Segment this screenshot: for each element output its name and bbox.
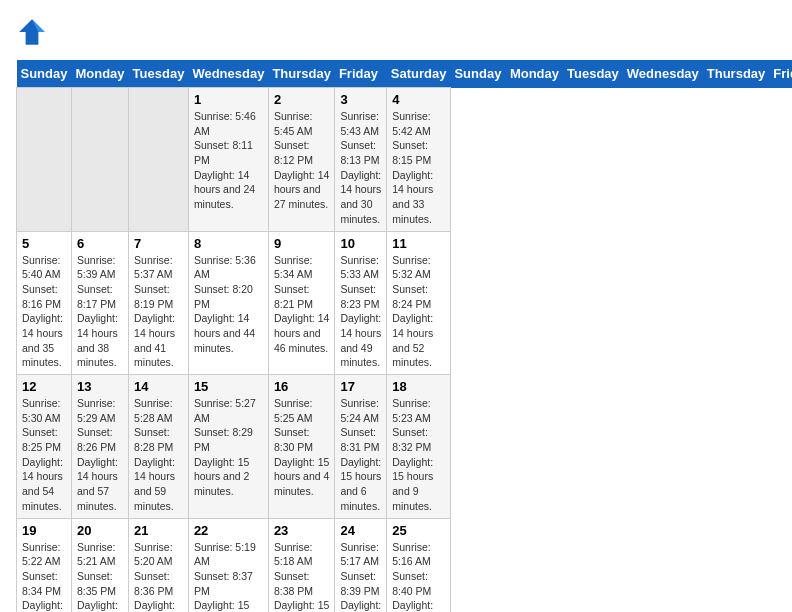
day-header-monday: Monday <box>506 60 563 88</box>
calendar-cell: 6 Sunrise: 5:39 AMSunset: 8:17 PMDayligh… <box>71 231 128 375</box>
calendar-week-row: 5 Sunrise: 5:40 AMSunset: 8:16 PMDayligh… <box>17 231 793 375</box>
day-number: 11 <box>392 236 445 251</box>
calendar-cell: 11 Sunrise: 5:32 AMSunset: 8:24 PMDaylig… <box>387 231 451 375</box>
cell-info: Sunrise: 5:34 AMSunset: 8:21 PMDaylight:… <box>274 254 329 354</box>
calendar-cell: 15 Sunrise: 5:27 AMSunset: 8:29 PMDaylig… <box>188 375 268 519</box>
day-number: 6 <box>77 236 123 251</box>
calendar-cell: 7 Sunrise: 5:37 AMSunset: 8:19 PMDayligh… <box>129 231 189 375</box>
day-number: 3 <box>340 92 381 107</box>
calendar-cell: 13 Sunrise: 5:29 AMSunset: 8:26 PMDaylig… <box>71 375 128 519</box>
day-number: 18 <box>392 379 445 394</box>
day-number: 16 <box>274 379 330 394</box>
page-header <box>16 16 776 48</box>
calendar-cell: 21 Sunrise: 5:20 AMSunset: 8:36 PMDaylig… <box>129 518 189 612</box>
cell-info: Sunrise: 5:24 AMSunset: 8:31 PMDaylight:… <box>340 397 381 512</box>
calendar-week-row: 12 Sunrise: 5:30 AMSunset: 8:25 PMDaylig… <box>17 375 793 519</box>
logo <box>16 16 52 48</box>
day-number: 17 <box>340 379 381 394</box>
day-header-sunday: Sunday <box>450 60 505 88</box>
calendar-week-row: 19 Sunrise: 5:22 AMSunset: 8:34 PMDaylig… <box>17 518 793 612</box>
day-number: 19 <box>22 523 66 538</box>
cell-info: Sunrise: 5:27 AMSunset: 8:29 PMDaylight:… <box>194 397 256 497</box>
cell-info: Sunrise: 5:22 AMSunset: 8:34 PMDaylight:… <box>22 541 63 613</box>
calendar-cell: 8 Sunrise: 5:36 AMSunset: 8:20 PMDayligh… <box>188 231 268 375</box>
calendar-cell: 2 Sunrise: 5:45 AMSunset: 8:12 PMDayligh… <box>268 88 335 232</box>
calendar-cell: 20 Sunrise: 5:21 AMSunset: 8:35 PMDaylig… <box>71 518 128 612</box>
day-number: 8 <box>194 236 263 251</box>
calendar-cell: 3 Sunrise: 5:43 AMSunset: 8:13 PMDayligh… <box>335 88 387 232</box>
day-number: 24 <box>340 523 381 538</box>
calendar-cell: 5 Sunrise: 5:40 AMSunset: 8:16 PMDayligh… <box>17 231 72 375</box>
calendar-cell: 18 Sunrise: 5:23 AMSunset: 8:32 PMDaylig… <box>387 375 451 519</box>
calendar-cell: 23 Sunrise: 5:18 AMSunset: 8:38 PMDaylig… <box>268 518 335 612</box>
cell-info: Sunrise: 5:29 AMSunset: 8:26 PMDaylight:… <box>77 397 118 512</box>
cell-info: Sunrise: 5:19 AMSunset: 8:37 PMDaylight:… <box>194 541 256 613</box>
day-number: 21 <box>134 523 183 538</box>
day-header-tuesday: Tuesday <box>129 60 189 88</box>
day-number: 2 <box>274 92 330 107</box>
calendar-header-row: SundayMondayTuesdayWednesdayThursdayFrid… <box>17 60 793 88</box>
calendar-cell <box>17 88 72 232</box>
calendar-cell: 12 Sunrise: 5:30 AMSunset: 8:25 PMDaylig… <box>17 375 72 519</box>
day-number: 12 <box>22 379 66 394</box>
logo-icon <box>16 16 48 48</box>
day-header-tuesday: Tuesday <box>563 60 623 88</box>
calendar-cell: 4 Sunrise: 5:42 AMSunset: 8:15 PMDayligh… <box>387 88 451 232</box>
day-header-thursday: Thursday <box>268 60 335 88</box>
day-header-friday: Friday <box>769 60 792 88</box>
calendar-cell: 17 Sunrise: 5:24 AMSunset: 8:31 PMDaylig… <box>335 375 387 519</box>
calendar-table: SundayMondayTuesdayWednesdayThursdayFrid… <box>16 60 792 612</box>
day-number: 15 <box>194 379 263 394</box>
day-number: 23 <box>274 523 330 538</box>
day-header-wednesday: Wednesday <box>623 60 703 88</box>
calendar-cell: 10 Sunrise: 5:33 AMSunset: 8:23 PMDaylig… <box>335 231 387 375</box>
calendar-cell: 25 Sunrise: 5:16 AMSunset: 8:40 PMDaylig… <box>387 518 451 612</box>
cell-info: Sunrise: 5:32 AMSunset: 8:24 PMDaylight:… <box>392 254 433 369</box>
day-header-monday: Monday <box>71 60 128 88</box>
day-number: 25 <box>392 523 445 538</box>
day-number: 10 <box>340 236 381 251</box>
calendar-cell: 16 Sunrise: 5:25 AMSunset: 8:30 PMDaylig… <box>268 375 335 519</box>
cell-info: Sunrise: 5:43 AMSunset: 8:13 PMDaylight:… <box>340 110 381 225</box>
cell-info: Sunrise: 5:25 AMSunset: 8:30 PMDaylight:… <box>274 397 329 497</box>
cell-info: Sunrise: 5:42 AMSunset: 8:15 PMDaylight:… <box>392 110 433 225</box>
day-number: 4 <box>392 92 445 107</box>
calendar-cell: 1 Sunrise: 5:46 AMSunset: 8:11 PMDayligh… <box>188 88 268 232</box>
day-number: 22 <box>194 523 263 538</box>
day-header-saturday: Saturday <box>387 60 451 88</box>
cell-info: Sunrise: 5:28 AMSunset: 8:28 PMDaylight:… <box>134 397 175 512</box>
cell-info: Sunrise: 5:36 AMSunset: 8:20 PMDaylight:… <box>194 254 256 354</box>
cell-info: Sunrise: 5:40 AMSunset: 8:16 PMDaylight:… <box>22 254 63 369</box>
calendar-week-row: 1 Sunrise: 5:46 AMSunset: 8:11 PMDayligh… <box>17 88 793 232</box>
cell-info: Sunrise: 5:45 AMSunset: 8:12 PMDaylight:… <box>274 110 329 210</box>
cell-info: Sunrise: 5:17 AMSunset: 8:39 PMDaylight:… <box>340 541 381 613</box>
cell-info: Sunrise: 5:33 AMSunset: 8:23 PMDaylight:… <box>340 254 381 369</box>
cell-info: Sunrise: 5:37 AMSunset: 8:19 PMDaylight:… <box>134 254 175 369</box>
cell-info: Sunrise: 5:16 AMSunset: 8:40 PMDaylight:… <box>392 541 433 613</box>
cell-info: Sunrise: 5:30 AMSunset: 8:25 PMDaylight:… <box>22 397 63 512</box>
day-header-thursday: Thursday <box>703 60 770 88</box>
cell-info: Sunrise: 5:23 AMSunset: 8:32 PMDaylight:… <box>392 397 433 512</box>
day-number: 14 <box>134 379 183 394</box>
calendar-cell: 24 Sunrise: 5:17 AMSunset: 8:39 PMDaylig… <box>335 518 387 612</box>
day-number: 9 <box>274 236 330 251</box>
day-number: 13 <box>77 379 123 394</box>
day-number: 1 <box>194 92 263 107</box>
calendar-cell: 19 Sunrise: 5:22 AMSunset: 8:34 PMDaylig… <box>17 518 72 612</box>
calendar-cell <box>129 88 189 232</box>
cell-info: Sunrise: 5:18 AMSunset: 8:38 PMDaylight:… <box>274 541 329 613</box>
day-number: 20 <box>77 523 123 538</box>
calendar-cell: 14 Sunrise: 5:28 AMSunset: 8:28 PMDaylig… <box>129 375 189 519</box>
day-header-wednesday: Wednesday <box>188 60 268 88</box>
cell-info: Sunrise: 5:20 AMSunset: 8:36 PMDaylight:… <box>134 541 175 613</box>
day-header-sunday: Sunday <box>17 60 72 88</box>
calendar-cell: 22 Sunrise: 5:19 AMSunset: 8:37 PMDaylig… <box>188 518 268 612</box>
calendar-cell: 9 Sunrise: 5:34 AMSunset: 8:21 PMDayligh… <box>268 231 335 375</box>
day-number: 5 <box>22 236 66 251</box>
cell-info: Sunrise: 5:39 AMSunset: 8:17 PMDaylight:… <box>77 254 118 369</box>
day-number: 7 <box>134 236 183 251</box>
day-header-friday: Friday <box>335 60 387 88</box>
cell-info: Sunrise: 5:21 AMSunset: 8:35 PMDaylight:… <box>77 541 118 613</box>
cell-info: Sunrise: 5:46 AMSunset: 8:11 PMDaylight:… <box>194 110 256 210</box>
calendar-cell <box>71 88 128 232</box>
